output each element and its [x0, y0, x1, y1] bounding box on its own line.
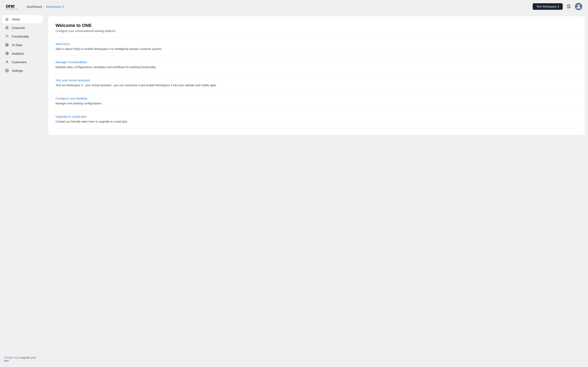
channels-icon: [5, 26, 9, 30]
svg-point-8: [7, 27, 8, 28]
analytics-icon: [5, 51, 9, 55]
section-manage-functionalities: Manage Functionalities Maintain data, co…: [56, 56, 577, 74]
svg-point-20: [7, 70, 8, 71]
sidebar-item-settings[interactable]: Settings: [2, 67, 43, 75]
svg-point-19: [6, 61, 8, 62]
header-left: one ACTIVE.AI Dashboard › Workspace 3: [6, 3, 64, 10]
page-title: Welcome to ONE: [56, 23, 577, 28]
breadcrumb-chevron-icon: ›: [43, 5, 44, 8]
breadcrumb-dashboard[interactable]: Dashboard: [27, 5, 42, 8]
sidebar-item-customers[interactable]: Customers: [2, 58, 43, 66]
sidebar-item-channels[interactable]: Channels: [2, 24, 43, 32]
sidebar-label-ai-data: AI Data: [12, 43, 22, 47]
sidebar-item-ai-data[interactable]: AI Data: [2, 41, 43, 49]
upgrade-plan-link[interactable]: Upgrade to a paid plan: [56, 115, 86, 118]
add-faqs-link[interactable]: Add FAQ's: [56, 42, 70, 46]
svg-point-17: [6, 43, 8, 44]
section-test-virtual-assistant: Test your virtual assistant Test out Wor…: [56, 74, 577, 92]
sidebar-footer: Contact us to upgrade your plan: [2, 353, 43, 365]
customers-icon: [5, 60, 9, 64]
document-icon[interactable]: [566, 3, 572, 10]
section-upgrade-plan: Upgrade to a paid plan Contact our frien…: [56, 110, 577, 128]
header: one ACTIVE.AI Dashboard › Workspace 3 Te…: [0, 0, 588, 13]
sidebar-item-functionality[interactable]: Functionality: [2, 32, 43, 40]
upgrade-plan-desc: Contact our friendly sales team to upgra…: [56, 119, 577, 124]
header-right: Test Workspace 3: [533, 3, 582, 10]
contact-us-link[interactable]: Contact us: [4, 356, 17, 359]
configure-core-banking-link[interactable]: Configure core banking: [56, 97, 87, 100]
configure-core-banking-desc: Manage core banking configurations: [56, 101, 577, 106]
svg-point-9: [6, 26, 8, 29]
manage-functionalities-desc: Maintain data, configurations, templates…: [56, 65, 577, 69]
content-area: Welcome to ONE Configure your conversati…: [45, 13, 588, 367]
sidebar-label-customers: Customers: [12, 60, 27, 64]
ai-data-icon: [5, 43, 9, 47]
add-faqs-desc: Add or import FAQs to enable Workspace 3…: [56, 47, 577, 51]
sidebar-label-functionality: Functionality: [12, 35, 29, 38]
page-subtitle: Configure your conversational banking pl…: [56, 29, 577, 33]
sidebar-label-settings: Settings: [12, 69, 23, 72]
test-virtual-assistant-desc: Test out Workspace 3 , your virtual assi…: [56, 83, 577, 87]
manage-functionalities-link[interactable]: Manage Functionalities: [56, 60, 87, 64]
workspace-button[interactable]: Test Workspace 3: [533, 3, 563, 10]
sidebar-item-home[interactable]: Home: [2, 15, 43, 23]
section-configure-core-banking: Configure core banking Manage core banki…: [56, 92, 577, 110]
sidebar-label-analytics: Analytics: [12, 52, 24, 55]
sidebar-label-channels: Channels: [12, 26, 25, 30]
sidebar: Home Channels Functionality AI Data: [0, 13, 45, 367]
avatar[interactable]: [575, 3, 582, 10]
svg-point-7: [578, 5, 579, 7]
logo-active: ACTIVE.AI: [6, 8, 18, 10]
home-icon: [5, 17, 9, 21]
settings-icon: [5, 68, 9, 73]
sidebar-nav: Home Channels Functionality AI Data: [2, 15, 43, 353]
content-card: Welcome to ONE Configure your conversati…: [48, 16, 585, 135]
sidebar-label-home: Home: [12, 17, 20, 21]
breadcrumb-current: Workspace 3: [46, 5, 64, 8]
functionality-icon: [5, 34, 9, 38]
section-add-faqs: Add FAQ's Add or import FAQs to enable W…: [56, 38, 577, 56]
breadcrumb: Dashboard › Workspace 3: [27, 5, 64, 8]
logo: one ACTIVE.AI: [6, 3, 18, 10]
main-layout: Home Channels Functionality AI Data: [0, 13, 588, 367]
sidebar-item-analytics[interactable]: Analytics: [2, 49, 43, 58]
test-virtual-assistant-link[interactable]: Test your virtual assistant: [56, 78, 90, 82]
logo-one: one: [6, 3, 18, 8]
